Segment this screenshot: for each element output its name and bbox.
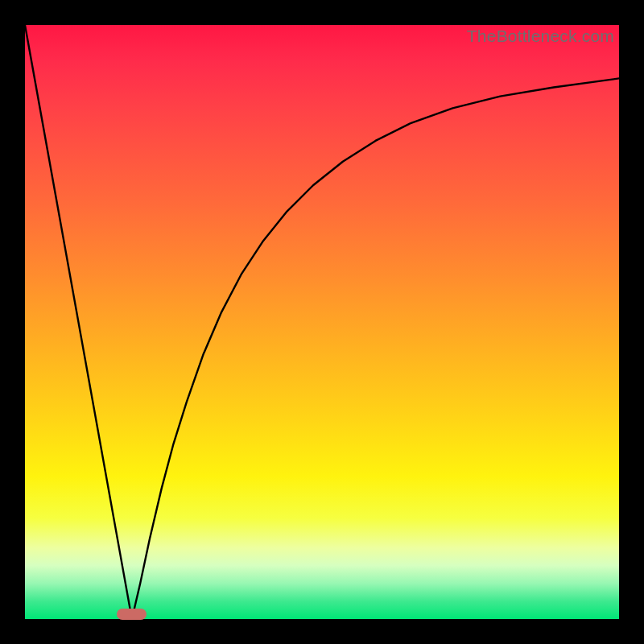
curve-path <box>25 25 619 619</box>
plot-area: TheBottleneck.com <box>25 25 619 619</box>
chart-curves <box>25 25 619 619</box>
chart-frame: TheBottleneck.com <box>0 0 644 644</box>
minimum-marker <box>117 609 147 620</box>
